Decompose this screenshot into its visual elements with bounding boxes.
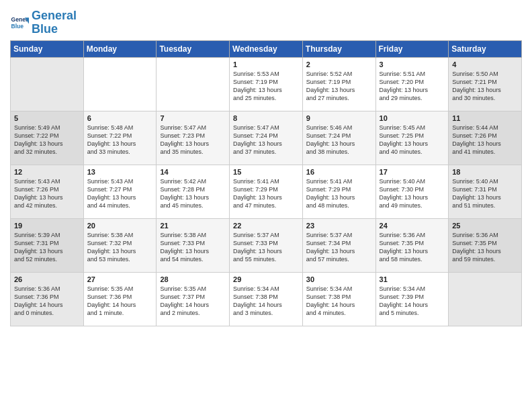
day-number: 2: [306, 60, 372, 68]
day-info: Sunrise: 5:42 AM Sunset: 7:28 PM Dayligh…: [160, 177, 226, 210]
calendar-cell: 5Sunrise: 5:49 AM Sunset: 7:22 PM Daylig…: [11, 111, 84, 165]
calendar-header-row: SundayMondayTuesdayWednesdayThursdayFrid…: [11, 40, 522, 57]
day-number: 13: [87, 168, 153, 176]
day-info: Sunrise: 5:36 AM Sunset: 7:36 PM Dayligh…: [14, 285, 80, 318]
day-info: Sunrise: 5:34 AM Sunset: 7:38 PM Dayligh…: [233, 285, 299, 318]
calendar-cell: 1Sunrise: 5:53 AM Sunset: 7:19 PM Daylig…: [230, 57, 303, 111]
calendar-week-3: 12Sunrise: 5:43 AM Sunset: 7:26 PM Dayli…: [11, 165, 522, 218]
day-info: Sunrise: 5:49 AM Sunset: 7:22 PM Dayligh…: [14, 124, 80, 156]
day-number: 10: [380, 114, 445, 122]
page-header: General Blue GeneralBlue: [10, 7, 522, 36]
day-number: 12: [14, 168, 80, 176]
day-info: Sunrise: 5:46 AM Sunset: 7:24 PM Dayligh…: [306, 124, 372, 156]
day-number: 8: [233, 114, 299, 122]
svg-text:Blue: Blue: [11, 23, 24, 30]
day-number: 17: [380, 168, 445, 176]
day-info: Sunrise: 5:43 AM Sunset: 7:26 PM Dayligh…: [14, 177, 80, 210]
calendar-cell: 15Sunrise: 5:41 AM Sunset: 7:29 PM Dayli…: [230, 165, 303, 218]
day-number: 26: [14, 275, 80, 283]
day-number: 3: [380, 60, 445, 68]
calendar-cell: 21Sunrise: 5:38 AM Sunset: 7:33 PM Dayli…: [157, 218, 230, 272]
day-number: 1: [233, 60, 299, 68]
day-number: 16: [306, 168, 372, 176]
day-info: Sunrise: 5:41 AM Sunset: 7:29 PM Dayligh…: [233, 177, 299, 210]
weekday-header-tuesday: Tuesday: [157, 40, 230, 57]
weekday-header-friday: Friday: [375, 40, 449, 57]
weekday-header-sunday: Sunday: [11, 40, 84, 57]
day-number: 9: [306, 114, 372, 122]
calendar-week-5: 26Sunrise: 5:36 AM Sunset: 7:36 PM Dayli…: [11, 272, 522, 326]
day-info: Sunrise: 5:51 AM Sunset: 7:20 PM Dayligh…: [380, 70, 445, 103]
calendar-cell: 18Sunrise: 5:40 AM Sunset: 7:31 PM Dayli…: [449, 165, 522, 218]
day-number: 19: [14, 222, 80, 230]
day-number: 24: [380, 222, 445, 230]
calendar-cell: 31Sunrise: 5:34 AM Sunset: 7:39 PM Dayli…: [375, 272, 449, 326]
weekday-header-wednesday: Wednesday: [230, 40, 303, 57]
calendar-cell: 30Sunrise: 5:34 AM Sunset: 7:38 PM Dayli…: [302, 272, 375, 326]
day-info: Sunrise: 5:35 AM Sunset: 7:37 PM Dayligh…: [160, 285, 226, 318]
day-number: 5: [14, 114, 80, 122]
day-info: Sunrise: 5:37 AM Sunset: 7:34 PM Dayligh…: [306, 231, 372, 264]
calendar-cell: 16Sunrise: 5:41 AM Sunset: 7:29 PM Dayli…: [302, 165, 375, 218]
calendar-cell: [157, 57, 230, 111]
day-info: Sunrise: 5:40 AM Sunset: 7:31 PM Dayligh…: [452, 177, 518, 210]
day-info: Sunrise: 5:35 AM Sunset: 7:36 PM Dayligh…: [87, 285, 153, 318]
calendar-cell: [449, 272, 522, 326]
calendar-cell: 14Sunrise: 5:42 AM Sunset: 7:28 PM Dayli…: [157, 165, 230, 218]
day-number: 7: [160, 114, 226, 122]
day-number: 4: [452, 60, 518, 68]
calendar-cell: 29Sunrise: 5:34 AM Sunset: 7:38 PM Dayli…: [230, 272, 303, 326]
day-info: Sunrise: 5:34 AM Sunset: 7:38 PM Dayligh…: [306, 285, 372, 318]
day-info: Sunrise: 5:45 AM Sunset: 7:25 PM Dayligh…: [380, 124, 445, 156]
logo-text: GeneralBlue: [32, 9, 77, 36]
day-number: 18: [452, 168, 518, 176]
day-info: Sunrise: 5:50 AM Sunset: 7:21 PM Dayligh…: [452, 70, 518, 103]
day-info: Sunrise: 5:37 AM Sunset: 7:33 PM Dayligh…: [233, 231, 299, 264]
day-info: Sunrise: 5:43 AM Sunset: 7:27 PM Dayligh…: [87, 177, 153, 210]
calendar-cell: 6Sunrise: 5:48 AM Sunset: 7:22 PM Daylig…: [83, 111, 157, 165]
day-number: 22: [233, 222, 299, 230]
calendar-table: SundayMondayTuesdayWednesdayThursdayFrid…: [10, 40, 522, 326]
calendar-cell: 11Sunrise: 5:44 AM Sunset: 7:26 PM Dayli…: [449, 111, 522, 165]
day-info: Sunrise: 5:47 AM Sunset: 7:24 PM Dayligh…: [233, 124, 299, 156]
day-number: 20: [87, 222, 153, 230]
calendar-week-2: 5Sunrise: 5:49 AM Sunset: 7:22 PM Daylig…: [11, 111, 522, 165]
day-number: 28: [160, 275, 226, 283]
day-info: Sunrise: 5:39 AM Sunset: 7:31 PM Dayligh…: [14, 231, 80, 264]
calendar-cell: 22Sunrise: 5:37 AM Sunset: 7:33 PM Dayli…: [230, 218, 303, 272]
day-number: 23: [306, 222, 372, 230]
day-number: 29: [233, 275, 299, 283]
logo-icon: General Blue: [10, 13, 29, 32]
calendar-body: 1Sunrise: 5:53 AM Sunset: 7:19 PM Daylig…: [11, 57, 522, 326]
day-number: 6: [87, 114, 153, 122]
calendar-cell: 9Sunrise: 5:46 AM Sunset: 7:24 PM Daylig…: [302, 111, 375, 165]
calendar-cell: 8Sunrise: 5:47 AM Sunset: 7:24 PM Daylig…: [230, 111, 303, 165]
day-info: Sunrise: 5:36 AM Sunset: 7:35 PM Dayligh…: [452, 231, 518, 264]
calendar-cell: 19Sunrise: 5:39 AM Sunset: 7:31 PM Dayli…: [11, 218, 84, 272]
day-number: 21: [160, 222, 226, 230]
day-info: Sunrise: 5:47 AM Sunset: 7:23 PM Dayligh…: [160, 124, 226, 156]
calendar-cell: 27Sunrise: 5:35 AM Sunset: 7:36 PM Dayli…: [83, 272, 157, 326]
day-info: Sunrise: 5:36 AM Sunset: 7:35 PM Dayligh…: [380, 231, 445, 264]
weekday-header-thursday: Thursday: [302, 40, 375, 57]
calendar-week-4: 19Sunrise: 5:39 AM Sunset: 7:31 PM Dayli…: [11, 218, 522, 272]
day-info: Sunrise: 5:53 AM Sunset: 7:19 PM Dayligh…: [233, 70, 299, 103]
calendar-cell: 23Sunrise: 5:37 AM Sunset: 7:34 PM Dayli…: [302, 218, 375, 272]
calendar-cell: 13Sunrise: 5:43 AM Sunset: 7:27 PM Dayli…: [83, 165, 157, 218]
day-number: 11: [452, 114, 518, 122]
calendar-cell: [83, 57, 157, 111]
calendar-cell: 2Sunrise: 5:52 AM Sunset: 7:19 PM Daylig…: [302, 57, 375, 111]
day-number: 30: [306, 275, 372, 283]
day-info: Sunrise: 5:52 AM Sunset: 7:19 PM Dayligh…: [306, 70, 372, 103]
day-number: 25: [452, 222, 518, 230]
calendar-cell: 17Sunrise: 5:40 AM Sunset: 7:30 PM Dayli…: [375, 165, 449, 218]
day-number: 15: [233, 168, 299, 176]
calendar-cell: 4Sunrise: 5:50 AM Sunset: 7:21 PM Daylig…: [449, 57, 522, 111]
calendar-cell: [11, 57, 84, 111]
day-info: Sunrise: 5:44 AM Sunset: 7:26 PM Dayligh…: [452, 124, 518, 156]
calendar-cell: 24Sunrise: 5:36 AM Sunset: 7:35 PM Dayli…: [375, 218, 449, 272]
day-info: Sunrise: 5:48 AM Sunset: 7:22 PM Dayligh…: [87, 124, 153, 156]
weekday-header-monday: Monday: [83, 40, 157, 57]
day-info: Sunrise: 5:34 AM Sunset: 7:39 PM Dayligh…: [380, 285, 445, 318]
calendar-cell: 25Sunrise: 5:36 AM Sunset: 7:35 PM Dayli…: [449, 218, 522, 272]
